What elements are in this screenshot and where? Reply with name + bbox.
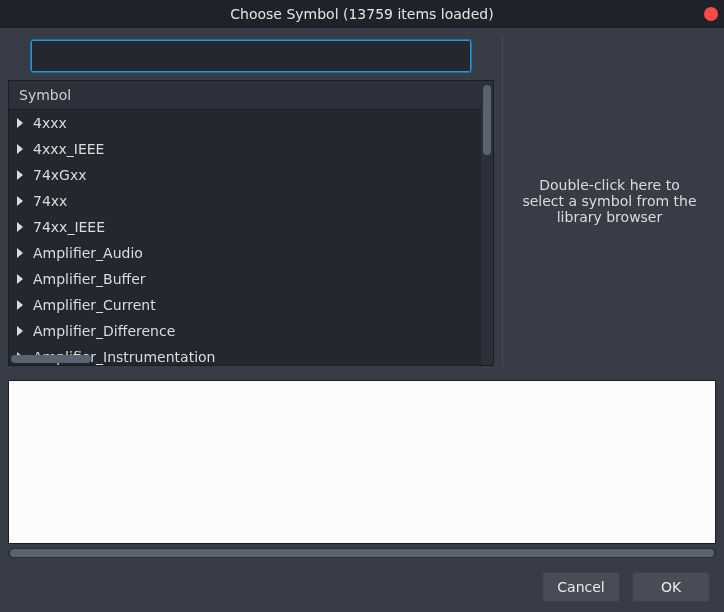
- tree-item[interactable]: 74xx: [9, 188, 481, 214]
- tree-item-label: Amplifier_Current: [33, 297, 156, 313]
- tree-item[interactable]: 4xxx_IEEE: [9, 136, 481, 162]
- dialog-window: Choose Symbol (13759 items loaded) Symbo…: [0, 0, 724, 612]
- tree-item-label: 4xxx_IEEE: [33, 141, 104, 157]
- scrollbar-thumb[interactable]: [483, 85, 491, 155]
- tree-item-label: 74xx_IEEE: [33, 219, 105, 235]
- tree-item[interactable]: Amplifier_Current: [9, 292, 481, 318]
- tree-item-label: 74xGxx: [33, 167, 87, 183]
- dialog-footer: Cancel OK: [8, 558, 716, 602]
- triangle-right-icon[interactable]: [15, 248, 25, 258]
- tree-scroll: Symbol 4xxx4xxx_IEEE74xGxx74xx74xx_IEEEA…: [9, 81, 481, 365]
- top-row: Symbol 4xxx4xxx_IEEE74xGxx74xx74xx_IEEEA…: [8, 36, 716, 366]
- tree-horizontal-scrollbar-thumb[interactable]: [11, 355, 91, 363]
- canvas-scrollbar-thumb[interactable]: [10, 549, 714, 557]
- tree-item-label: Amplifier_Difference: [33, 323, 175, 339]
- tree-item-label: 4xxx: [33, 115, 67, 131]
- tree-item-label: Amplifier_Audio: [33, 245, 143, 261]
- triangle-right-icon[interactable]: [15, 326, 25, 336]
- triangle-right-icon[interactable]: [15, 196, 25, 206]
- left-pane: Symbol 4xxx4xxx_IEEE74xGxx74xx74xx_IEEEA…: [8, 36, 494, 366]
- triangle-right-icon[interactable]: [15, 118, 25, 128]
- tree-header-symbol[interactable]: Symbol: [9, 81, 481, 110]
- tree-item[interactable]: Amplifier_Difference: [9, 318, 481, 344]
- tree-item-label: Amplifier_Buffer: [33, 271, 146, 287]
- tree-item[interactable]: 74xx_IEEE: [9, 214, 481, 240]
- search-wrap: [8, 36, 494, 80]
- preview-hint: Double-click here to select a symbol fro…: [521, 177, 698, 225]
- cancel-button[interactable]: Cancel: [542, 572, 620, 602]
- search-input[interactable]: [31, 40, 471, 72]
- close-icon[interactable]: [704, 7, 718, 21]
- tree-item[interactable]: Amplifier_Audio: [9, 240, 481, 266]
- canvas-horizontal-scrollbar[interactable]: [8, 548, 716, 558]
- tree-vertical-scrollbar[interactable]: [481, 81, 493, 365]
- window-title: Choose Symbol (13759 items loaded): [230, 6, 493, 22]
- titlebar: Choose Symbol (13759 items loaded): [0, 0, 724, 28]
- tree-item-label: 74xx: [33, 193, 67, 209]
- tree-item[interactable]: 74xGxx: [9, 162, 481, 188]
- triangle-right-icon[interactable]: [15, 300, 25, 310]
- triangle-right-icon[interactable]: [15, 144, 25, 154]
- ok-button[interactable]: OK: [632, 572, 710, 602]
- triangle-right-icon[interactable]: [15, 274, 25, 284]
- dialog-body: Symbol 4xxx4xxx_IEEE74xGxx74xx74xx_IEEEA…: [0, 28, 724, 612]
- triangle-right-icon[interactable]: [15, 222, 25, 232]
- symbol-tree: Symbol 4xxx4xxx_IEEE74xGxx74xx74xx_IEEEA…: [8, 80, 494, 366]
- preview-pane[interactable]: Double-click here to select a symbol fro…: [502, 36, 716, 366]
- symbol-canvas[interactable]: [8, 380, 716, 544]
- triangle-right-icon[interactable]: [15, 170, 25, 180]
- tree-body: 4xxx4xxx_IEEE74xGxx74xx74xx_IEEEAmplifie…: [9, 110, 481, 365]
- tree-item[interactable]: 4xxx: [9, 110, 481, 136]
- tree-item[interactable]: Amplifier_Buffer: [9, 266, 481, 292]
